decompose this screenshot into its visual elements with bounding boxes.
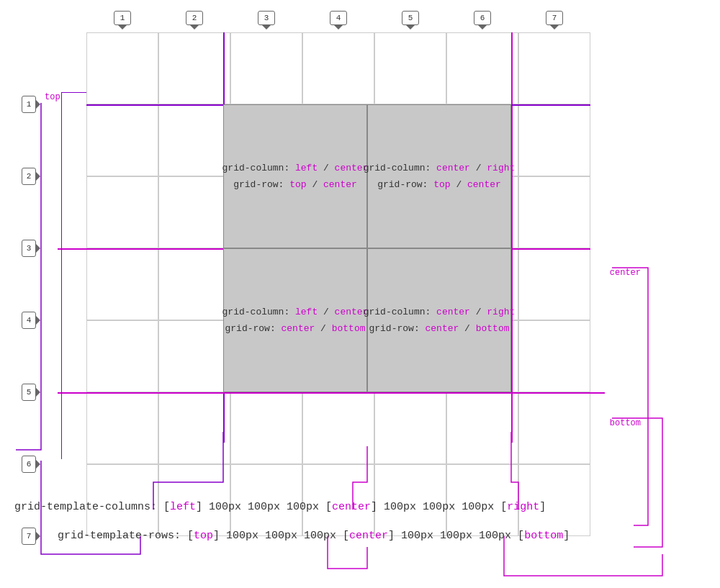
- cell-1-5: [374, 32, 446, 104]
- cell-3-7: [518, 176, 590, 248]
- ann-row-mid2: ] 100px 100px 100px [: [388, 530, 524, 542]
- box-br-col-line1: center: [436, 307, 470, 317]
- cell-6-5: [374, 392, 446, 464]
- cell-6-6: [446, 392, 518, 464]
- col-header-7: 7: [518, 11, 590, 25]
- label-bottom: bottom: [610, 418, 641, 428]
- box-tr-row-sep: /: [451, 179, 467, 190]
- pin-3: 3: [258, 11, 275, 25]
- cell-5-7: [518, 320, 590, 392]
- cell-1-3: [230, 32, 302, 104]
- box-tr-row-line1: top: [433, 179, 450, 190]
- box-bl-row-sep: /: [315, 323, 331, 334]
- cell-6-1: [86, 392, 158, 464]
- box-tr-col-line1: center: [436, 163, 470, 173]
- row-header-3: 3: [22, 212, 36, 284]
- box-tl-row-sep: /: [307, 179, 323, 190]
- pin-7: 7: [546, 11, 563, 25]
- cell-1-1: [86, 32, 158, 104]
- named-line-right: [511, 32, 513, 443]
- box-bl-row-line2: bottom: [332, 323, 366, 334]
- pin-5: 5: [402, 11, 419, 25]
- row-pin-box-3: 3: [22, 240, 36, 257]
- pin-1: 1: [114, 11, 131, 25]
- box-top-right-label: grid-column: center / right grid-row: to…: [364, 160, 516, 194]
- col-header-5: 5: [374, 11, 446, 25]
- cell-4-2: [158, 248, 230, 320]
- row-header-1: 1: [22, 68, 36, 140]
- box-br-col-line2: right: [487, 307, 515, 317]
- row-pin-shape-4: 4: [22, 312, 36, 329]
- cell-5-1: [86, 320, 158, 392]
- pin-4: 4: [330, 11, 347, 25]
- cell-6-2: [158, 392, 230, 464]
- box-bl-col-sep: /: [318, 307, 334, 317]
- box-tr-col-line2: right: [487, 163, 515, 173]
- pin-6: 6: [474, 11, 491, 25]
- col-pin-box-2: 2: [186, 11, 203, 25]
- box-bl-col-line1: left: [295, 307, 318, 317]
- row-pin-box-5: 5: [22, 384, 36, 401]
- cell-1-7: [518, 32, 590, 104]
- box-tr-row-line2: center: [467, 179, 501, 190]
- cell-1-2: [158, 32, 230, 104]
- box-tl-col-sep: /: [318, 163, 334, 173]
- box-tr-row-prefix: grid-row:: [377, 179, 433, 190]
- row-pin-shape-7: 7: [22, 528, 36, 545]
- box-br-row-line2: bottom: [476, 323, 510, 334]
- col-header-6: 6: [446, 11, 518, 25]
- annotation-rows-text: grid-template-rows: [top] 100px 100px 10…: [58, 525, 706, 547]
- ann-row-prefix: grid-template-rows: [: [58, 530, 194, 542]
- box-bl-row-label: grid-row: center / bottom: [222, 320, 369, 337]
- box-tr-col-prefix: grid-column:: [364, 163, 436, 173]
- cell-4-7: [518, 248, 590, 320]
- row-pin-box-7: 7: [22, 528, 36, 545]
- box-tl-row-label: grid-row: top / center: [222, 176, 369, 193]
- box-br-row-prefix: grid-row:: [369, 323, 425, 334]
- box-bl-col-label: grid-column: left / center: [222, 304, 369, 320]
- row-pin-shape-3: 3: [22, 240, 36, 257]
- col-header-1: 1: [86, 11, 158, 25]
- col-header-2: 2: [158, 11, 230, 25]
- ann-col-mid1: ] 100px 100px 100px [: [196, 501, 332, 513]
- border-top-connector: [61, 92, 86, 93]
- box-bottom-right: grid-column: center / right grid-row: ce…: [367, 248, 511, 392]
- col-pin-box-5: 5: [402, 11, 419, 25]
- cell-2-2: [158, 104, 230, 176]
- box-top-left-label: grid-column: left / center grid-row: top…: [222, 160, 369, 194]
- box-br-col-sep: /: [470, 307, 487, 317]
- box-top-left: grid-column: left / center grid-row: top…: [223, 104, 367, 248]
- annotation-columns-text: grid-template-columns: [left] 100px 100p…: [14, 497, 706, 518]
- col-pin-box-7: 7: [546, 11, 563, 25]
- row-header-6: 6: [22, 428, 36, 500]
- row-pin-shape-6: 6: [22, 456, 36, 473]
- box-tl-col-label: grid-column: left / center: [222, 160, 369, 176]
- box-br-col-label: grid-column: center / right: [364, 304, 516, 320]
- box-br-row-line1: center: [425, 323, 459, 334]
- col-pin-box-4: 4: [330, 11, 347, 25]
- col-headers: 1 2 3 4 5: [86, 11, 590, 25]
- box-tl-col-line1: left: [295, 163, 318, 173]
- row-pin-shape-5: 5: [22, 384, 36, 401]
- row-pin-shape-2: 2: [22, 168, 36, 185]
- box-tl-row-line2: center: [323, 179, 357, 190]
- ann-col-left: left: [170, 501, 196, 513]
- col-pin-box-6: 6: [474, 11, 491, 25]
- grid-area: 1 2 3 4 5: [22, 11, 648, 457]
- ann-col-prefix: grid-template-columns: [: [14, 501, 170, 513]
- ann-col-center: center: [332, 501, 371, 513]
- cell-3-1: [86, 176, 158, 248]
- row-pin-shape-1: 1: [22, 96, 36, 113]
- row-pin-box-2: 2: [22, 168, 36, 185]
- ann-row-center: center: [349, 530, 388, 542]
- pin-2: 2: [186, 11, 203, 25]
- annotation-columns: grid-template-columns: [left] 100px 100p…: [14, 497, 706, 518]
- ann-col-mid2: ] 100px 100px 100px [: [371, 501, 507, 513]
- col-pin-box-3: 3: [258, 11, 275, 25]
- row-header-5: 5: [22, 356, 36, 428]
- box-top-right: grid-column: center / right grid-row: to…: [367, 104, 511, 248]
- box-br-row-sep: /: [459, 323, 475, 334]
- cell-6-4: [302, 392, 374, 464]
- border-left-connector: [61, 92, 62, 459]
- box-tl-row-prefix: grid-row:: [233, 179, 289, 190]
